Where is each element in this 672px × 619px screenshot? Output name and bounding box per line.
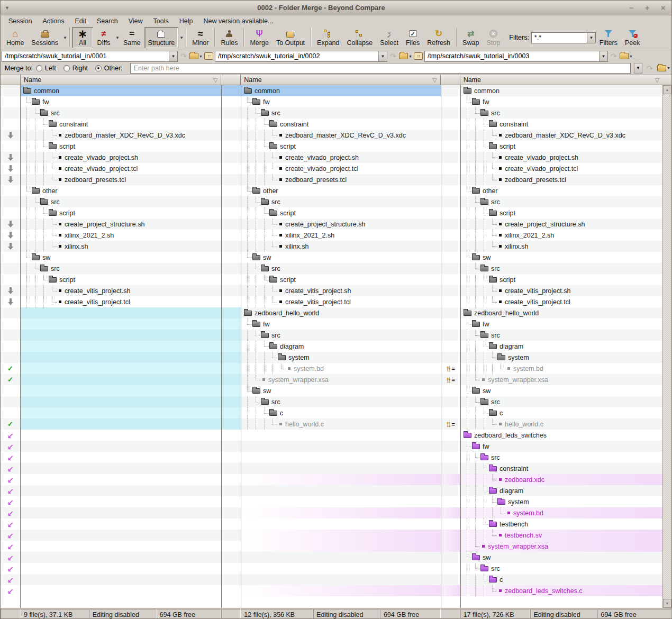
maximize-button[interactable]: + bbox=[643, 4, 651, 12]
merge-output-path-input[interactable] bbox=[130, 63, 631, 74]
merge-left-arrow-icon[interactable]: ↙ bbox=[7, 576, 14, 584]
to-output-button[interactable]: To Output bbox=[273, 27, 308, 48]
center-tree-cell[interactable]: create_project_structure.sh bbox=[241, 219, 441, 230]
right-tree-cell[interactable]: script bbox=[461, 141, 664, 152]
center-tree-cell[interactable]: fw bbox=[241, 318, 441, 330]
action-gutter-cell[interactable] bbox=[1, 230, 21, 241]
left-name-header[interactable]: Name▽ bbox=[21, 75, 221, 85]
left-tree-cell[interactable]: script bbox=[21, 207, 222, 219]
merge-left-arrow-icon[interactable]: ↙ bbox=[7, 509, 14, 517]
center-tree-cell[interactable]: zedboard_hello_world bbox=[241, 307, 441, 318]
left-tree-cell[interactable]: xilinx_2021_2.sh bbox=[21, 230, 222, 241]
left-tree-cell[interactable]: script bbox=[21, 141, 222, 152]
center-tree-cell[interactable]: system.bd bbox=[241, 363, 441, 374]
left-parent-folder-button[interactable]: ↑↑ bbox=[204, 52, 213, 60]
right-tree-cell[interactable]: hello_world.c bbox=[461, 418, 664, 430]
right-tree-cell[interactable]: xilinx_2021_2.sh bbox=[461, 230, 664, 241]
left-tree-cell[interactable]: src bbox=[21, 196, 222, 207]
right-tree-cell[interactable]: system.bd bbox=[461, 507, 664, 518]
right-path-combobox[interactable]: /tmp/scratch/swuk_tutorial_in/0003▼ bbox=[424, 51, 608, 62]
right-tree-cell[interactable]: fw bbox=[461, 96, 664, 107]
action-gutter-cell[interactable] bbox=[1, 285, 21, 296]
menu-actions[interactable]: Actions bbox=[38, 16, 69, 26]
action-gutter-cell[interactable]: ↙ bbox=[1, 485, 21, 496]
right-tree-cell[interactable]: create_vivado_project.sh bbox=[461, 152, 664, 163]
diffs-dropdown-icon[interactable]: ▼ bbox=[115, 35, 120, 40]
action-gutter-cell[interactable]: ✓ bbox=[1, 418, 21, 430]
refresh-button[interactable]: ↻Refresh bbox=[423, 27, 454, 48]
copy-down-arrow-icon[interactable] bbox=[8, 298, 13, 305]
expand-button[interactable]: Expand bbox=[313, 27, 343, 48]
right-tree-cell[interactable]: system bbox=[461, 352, 664, 363]
right-tree-cell[interactable]: script bbox=[461, 207, 664, 219]
right-sort-filter-icon[interactable]: ▽ bbox=[655, 77, 659, 84]
action-gutter-cell[interactable] bbox=[1, 241, 21, 252]
merge-open-folder-button[interactable]: ▼ bbox=[657, 65, 670, 71]
left-tree-cell[interactable]: script bbox=[21, 274, 222, 285]
center-tree-cell[interactable]: sw bbox=[241, 385, 441, 396]
sessions-dropdown-icon[interactable]: ▼ bbox=[63, 35, 67, 40]
center-tree-cell[interactable]: src bbox=[241, 196, 441, 207]
action-gutter-cell[interactable]: ✓ bbox=[1, 374, 21, 385]
right-tree-cell[interactable]: src bbox=[461, 452, 664, 463]
right-tree-cell[interactable]: src bbox=[461, 396, 664, 407]
left-tree-cell[interactable]: create_vitis_project.tcl bbox=[21, 296, 222, 307]
center-tree-cell[interactable]: create_vivado_project.tcl bbox=[241, 163, 441, 174]
left-tree-cell[interactable]: xilinx.sh bbox=[21, 241, 222, 252]
left-tree-cell[interactable]: other bbox=[21, 185, 222, 196]
center-tree-cell[interactable]: hello_world.c bbox=[241, 418, 441, 430]
left-path-combobox[interactable]: /tmp/scratch/swuk_tutorial_in/0001▼ bbox=[2, 51, 178, 62]
right-tree-cell[interactable]: create_vitis_project.tcl bbox=[461, 296, 664, 307]
right-tree-cell[interactable]: xilinx.sh bbox=[461, 241, 664, 252]
center-path-dropdown-icon[interactable]: ▼ bbox=[378, 51, 387, 61]
copy-down-arrow-icon[interactable] bbox=[8, 176, 13, 183]
minor-button[interactable]: ≈Minor bbox=[188, 27, 212, 48]
center-tree-cell[interactable]: constraint bbox=[241, 119, 441, 130]
radio-other[interactable] bbox=[95, 65, 102, 71]
close-button[interactable]: × bbox=[659, 4, 667, 12]
center-tree-cell[interactable]: create_vitis_project.sh bbox=[241, 285, 441, 296]
right-tree-cell[interactable]: src bbox=[461, 196, 664, 207]
merge-button[interactable]: ΨMerge bbox=[246, 27, 272, 48]
merge-path-dropdown-icon[interactable]: ▼ bbox=[634, 63, 642, 74]
merge-left-arrow-icon[interactable]: ↙ bbox=[7, 498, 14, 506]
merge-left-arrow-icon[interactable]: ↙ bbox=[7, 465, 14, 473]
right-name-header[interactable]: Name▽ bbox=[460, 75, 662, 85]
merge-left-arrow-icon[interactable]: ↙ bbox=[7, 553, 14, 562]
menu-tools[interactable]: Tools bbox=[149, 16, 174, 26]
right-tree-cell[interactable]: sw bbox=[461, 385, 664, 396]
action-gutter-cell[interactable]: ↙ bbox=[1, 585, 21, 596]
peek-button[interactable]: Peek bbox=[621, 27, 644, 48]
right-tree-cell[interactable]: zedboard_leds_switches.c bbox=[461, 585, 664, 596]
center-tree-cell[interactable]: xilinx.sh bbox=[241, 241, 441, 252]
center-tree-cell[interactable]: src bbox=[241, 396, 441, 407]
center-tree-cell[interactable]: src bbox=[241, 263, 441, 274]
right-tree-cell[interactable]: src bbox=[461, 330, 664, 341]
right-tree-cell[interactable]: diagram bbox=[461, 485, 664, 496]
rules-button[interactable]: Rules bbox=[217, 27, 241, 48]
merge-left-arrow-icon[interactable]: ↙ bbox=[7, 453, 14, 462]
left-open-folder-button[interactable]: ▼ bbox=[189, 53, 203, 59]
merge-left-arrow-icon[interactable]: ↙ bbox=[7, 542, 14, 551]
right-tree-cell[interactable]: c bbox=[461, 407, 664, 418]
right-tree-cell[interactable]: constraint bbox=[461, 463, 664, 474]
center-tree-cell[interactable]: create_vivado_project.sh bbox=[241, 152, 441, 163]
filters-button[interactable]: Filters bbox=[596, 27, 621, 48]
copy-down-arrow-icon[interactable] bbox=[8, 243, 13, 250]
center-tree-cell[interactable]: fw bbox=[241, 96, 441, 107]
action-gutter-cell[interactable]: ↙ bbox=[1, 574, 21, 585]
copy-down-arrow-icon[interactable] bbox=[8, 154, 13, 161]
right-tree-cell[interactable]: c bbox=[461, 574, 664, 585]
left-tree-cell[interactable]: fw bbox=[21, 96, 222, 107]
all-toggle-button[interactable]: ∗All bbox=[72, 27, 93, 48]
action-gutter-cell[interactable]: ↙ bbox=[1, 563, 21, 574]
left-tree-cell[interactable]: src bbox=[21, 107, 222, 119]
left-path-dropdown-icon[interactable]: ▼ bbox=[169, 51, 177, 61]
action-gutter-cell[interactable] bbox=[1, 163, 21, 174]
files-button[interactable]: ✓Files bbox=[402, 27, 423, 48]
merge-left-arrow-icon[interactable]: ↙ bbox=[7, 531, 14, 540]
right-tree-cell[interactable]: zedboard_hello_world bbox=[461, 307, 664, 318]
right-tree-cell[interactable]: system bbox=[461, 496, 664, 507]
action-gutter-cell[interactable]: ↙ bbox=[1, 541, 21, 552]
filters-combo-dropdown-icon[interactable]: ▼ bbox=[587, 33, 595, 43]
